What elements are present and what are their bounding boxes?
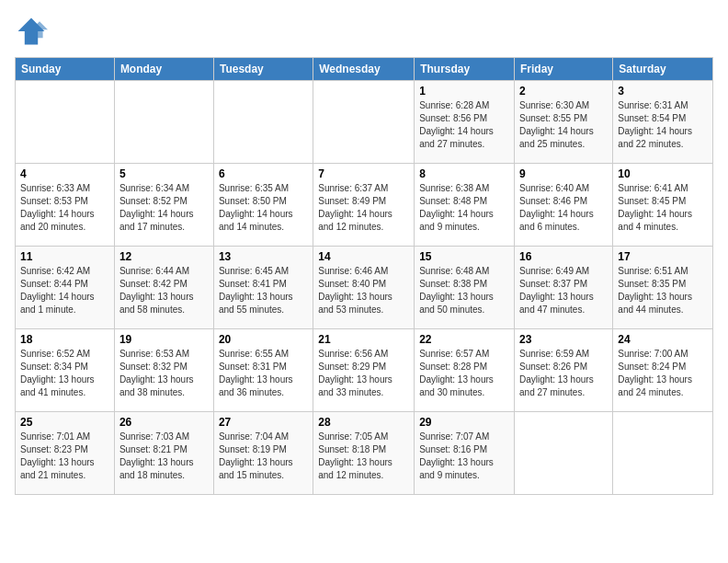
calendar-cell: 26Sunrise: 7:03 AM Sunset: 8:21 PM Dayli… [114, 412, 213, 495]
day-number: 4 [20, 167, 109, 180]
day-info: Sunrise: 6:52 AM Sunset: 8:34 PM Dayligh… [20, 348, 109, 399]
day-info: Sunrise: 6:30 AM Sunset: 8:55 PM Dayligh… [519, 99, 608, 151]
day-info: Sunrise: 7:03 AM Sunset: 8:21 PM Dayligh… [119, 431, 209, 482]
day-number: 22 [419, 333, 509, 346]
day-number: 8 [419, 167, 509, 180]
day-info: Sunrise: 6:49 AM Sunset: 8:37 PM Dayligh… [519, 265, 608, 316]
calendar-cell: 14Sunrise: 6:46 AM Sunset: 8:40 PM Dayli… [313, 247, 415, 329]
day-info: Sunrise: 6:46 AM Sunset: 8:40 PM Dayligh… [318, 265, 409, 316]
calendar-cell: 23Sunrise: 6:59 AM Sunset: 8:26 PM Dayli… [515, 329, 613, 412]
day-info: Sunrise: 7:01 AM Sunset: 8:23 PM Dayligh… [20, 431, 109, 482]
calendar-cell: 6Sunrise: 6:35 AM Sunset: 8:50 PM Daylig… [213, 164, 313, 247]
calendar-cell: 24Sunrise: 7:00 AM Sunset: 8:24 PM Dayli… [613, 329, 713, 412]
day-number: 18 [20, 333, 109, 346]
header-cell-sunday: Sunday [16, 58, 115, 81]
calendar-cell: 21Sunrise: 6:56 AM Sunset: 8:29 PM Dayli… [313, 329, 415, 412]
day-info: Sunrise: 6:38 AM Sunset: 8:48 PM Dayligh… [419, 182, 509, 234]
day-info: Sunrise: 6:37 AM Sunset: 8:49 PM Dayligh… [318, 182, 409, 234]
calendar-cell: 29Sunrise: 7:07 AM Sunset: 8:16 PM Dayli… [415, 412, 515, 495]
header-cell-monday: Monday [114, 58, 213, 81]
day-number: 12 [119, 250, 209, 263]
calendar-table: SundayMondayTuesdayWednesdayThursdayFrid… [15, 57, 713, 495]
calendar-body: 1Sunrise: 6:28 AM Sunset: 8:56 PM Daylig… [16, 81, 713, 495]
day-number: 19 [119, 333, 209, 346]
day-number: 15 [419, 250, 509, 263]
day-number: 20 [219, 333, 308, 346]
day-number: 11 [20, 250, 109, 263]
calendar-cell: 9Sunrise: 6:40 AM Sunset: 8:46 PM Daylig… [515, 164, 613, 247]
day-info: Sunrise: 6:56 AM Sunset: 8:29 PM Dayligh… [318, 348, 409, 399]
day-number: 2 [519, 85, 608, 98]
calendar-cell: 25Sunrise: 7:01 AM Sunset: 8:23 PM Dayli… [16, 412, 115, 495]
day-info: Sunrise: 7:04 AM Sunset: 8:19 PM Dayligh… [219, 431, 308, 482]
calendar-header: SundayMondayTuesdayWednesdayThursdayFrid… [16, 58, 713, 81]
calendar-cell [515, 412, 613, 495]
calendar-cell: 28Sunrise: 7:05 AM Sunset: 8:18 PM Dayli… [313, 412, 415, 495]
logo-icon [15, 15, 48, 48]
calendar-cell: 15Sunrise: 6:48 AM Sunset: 8:38 PM Dayli… [415, 247, 515, 329]
page-header [15, 15, 713, 48]
day-info: Sunrise: 6:48 AM Sunset: 8:38 PM Dayligh… [419, 265, 509, 316]
calendar-cell: 5Sunrise: 6:34 AM Sunset: 8:52 PM Daylig… [114, 164, 213, 247]
day-number: 10 [618, 167, 708, 180]
calendar-cell: 4Sunrise: 6:33 AM Sunset: 8:53 PM Daylig… [16, 164, 115, 247]
calendar-cell: 22Sunrise: 6:57 AM Sunset: 8:28 PM Dayli… [415, 329, 515, 412]
day-number: 28 [318, 416, 409, 429]
day-number: 6 [219, 167, 308, 180]
header-cell-tuesday: Tuesday [213, 58, 313, 81]
calendar-cell: 12Sunrise: 6:44 AM Sunset: 8:42 PM Dayli… [114, 247, 213, 329]
calendar-cell [613, 412, 713, 495]
day-number: 5 [119, 167, 209, 180]
calendar-cell: 10Sunrise: 6:41 AM Sunset: 8:45 PM Dayli… [613, 164, 713, 247]
header-cell-saturday: Saturday [613, 58, 713, 81]
day-info: Sunrise: 6:57 AM Sunset: 8:28 PM Dayligh… [419, 348, 509, 399]
day-info: Sunrise: 6:45 AM Sunset: 8:41 PM Dayligh… [219, 265, 308, 316]
calendar-cell: 7Sunrise: 6:37 AM Sunset: 8:49 PM Daylig… [313, 164, 415, 247]
day-info: Sunrise: 6:42 AM Sunset: 8:44 PM Dayligh… [20, 265, 109, 316]
day-info: Sunrise: 6:35 AM Sunset: 8:50 PM Dayligh… [219, 182, 308, 234]
day-info: Sunrise: 6:55 AM Sunset: 8:31 PM Dayligh… [219, 348, 308, 399]
calendar-week-2: 4Sunrise: 6:33 AM Sunset: 8:53 PM Daylig… [16, 164, 713, 247]
header-cell-thursday: Thursday [415, 58, 515, 81]
calendar-cell: 8Sunrise: 6:38 AM Sunset: 8:48 PM Daylig… [415, 164, 515, 247]
day-number: 1 [419, 85, 509, 98]
day-info: Sunrise: 7:00 AM Sunset: 8:24 PM Dayligh… [618, 348, 708, 399]
calendar-cell: 19Sunrise: 6:53 AM Sunset: 8:32 PM Dayli… [114, 329, 213, 412]
day-number: 26 [119, 416, 209, 429]
calendar-cell: 13Sunrise: 6:45 AM Sunset: 8:41 PM Dayli… [213, 247, 313, 329]
logo [15, 15, 51, 48]
calendar-cell [16, 81, 115, 164]
day-number: 23 [519, 333, 608, 346]
calendar-cell: 3Sunrise: 6:31 AM Sunset: 8:54 PM Daylig… [613, 81, 713, 164]
day-info: Sunrise: 6:44 AM Sunset: 8:42 PM Dayligh… [119, 265, 209, 316]
day-number: 13 [219, 250, 308, 263]
calendar-cell: 1Sunrise: 6:28 AM Sunset: 8:56 PM Daylig… [415, 81, 515, 164]
day-number: 17 [618, 250, 708, 263]
day-info: Sunrise: 6:28 AM Sunset: 8:56 PM Dayligh… [419, 99, 509, 151]
calendar-cell: 11Sunrise: 6:42 AM Sunset: 8:44 PM Dayli… [16, 247, 115, 329]
day-info: Sunrise: 6:41 AM Sunset: 8:45 PM Dayligh… [618, 182, 708, 234]
calendar-cell: 20Sunrise: 6:55 AM Sunset: 8:31 PM Dayli… [213, 329, 313, 412]
header-cell-wednesday: Wednesday [313, 58, 415, 81]
header-cell-friday: Friday [515, 58, 613, 81]
day-number: 9 [519, 167, 608, 180]
day-number: 29 [419, 416, 509, 429]
day-info: Sunrise: 6:31 AM Sunset: 8:54 PM Dayligh… [618, 99, 708, 151]
calendar-cell [213, 81, 313, 164]
day-info: Sunrise: 6:33 AM Sunset: 8:53 PM Dayligh… [20, 182, 109, 234]
day-number: 7 [318, 167, 409, 180]
day-info: Sunrise: 6:53 AM Sunset: 8:32 PM Dayligh… [119, 348, 209, 399]
day-info: Sunrise: 6:59 AM Sunset: 8:26 PM Dayligh… [519, 348, 608, 399]
calendar-cell: 16Sunrise: 6:49 AM Sunset: 8:37 PM Dayli… [515, 247, 613, 329]
day-number: 24 [618, 333, 708, 346]
calendar-cell: 17Sunrise: 6:51 AM Sunset: 8:35 PM Dayli… [613, 247, 713, 329]
header-row: SundayMondayTuesdayWednesdayThursdayFrid… [16, 58, 713, 81]
day-number: 14 [318, 250, 409, 263]
calendar-cell [114, 81, 213, 164]
calendar-week-1: 1Sunrise: 6:28 AM Sunset: 8:56 PM Daylig… [16, 81, 713, 164]
day-info: Sunrise: 7:07 AM Sunset: 8:16 PM Dayligh… [419, 431, 509, 482]
calendar-cell [313, 81, 415, 164]
calendar-week-3: 11Sunrise: 6:42 AM Sunset: 8:44 PM Dayli… [16, 247, 713, 329]
calendar-week-4: 18Sunrise: 6:52 AM Sunset: 8:34 PM Dayli… [16, 329, 713, 412]
calendar-cell: 18Sunrise: 6:52 AM Sunset: 8:34 PM Dayli… [16, 329, 115, 412]
